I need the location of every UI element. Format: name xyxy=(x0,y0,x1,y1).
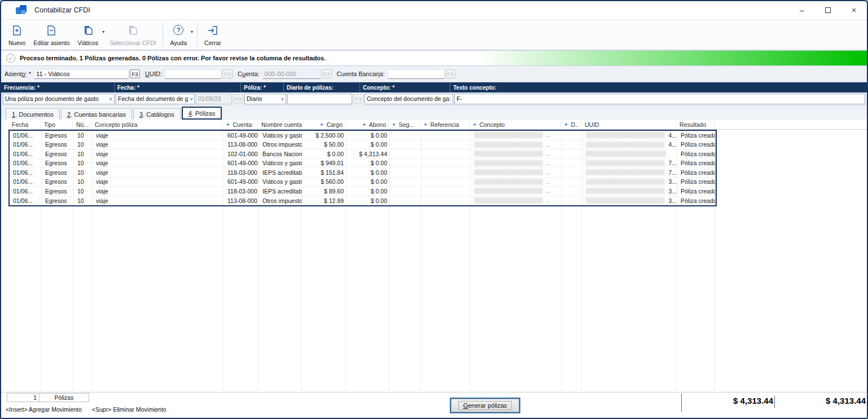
cell-concepto: ... xyxy=(471,187,562,196)
cell-nombre: Viáticos y gastos de ... xyxy=(259,178,303,187)
cell-d xyxy=(562,159,582,168)
cell-cargo: $ 50.00 xyxy=(303,140,347,149)
cuenta-input: 000-00-000 xyxy=(262,69,321,79)
table-row[interactable]: 01/06...Egresos10viaje601-49-000Viáticos… xyxy=(10,159,716,169)
cell-referencia xyxy=(422,140,471,149)
cell-seg xyxy=(390,168,422,177)
column-header-cuenta[interactable]: ►Cuenta xyxy=(223,120,258,129)
cell-cargo: $ 560.00 xyxy=(303,178,347,187)
generar-polizas-button[interactable]: Generar pólizas xyxy=(451,399,519,412)
redacted-text xyxy=(586,179,665,185)
table-row[interactable]: 01/06...Egresos10viaje113-08-000Otros im… xyxy=(10,140,716,150)
nuevo-button[interactable]: Nuevo xyxy=(5,21,29,48)
uuid-input[interactable] xyxy=(165,69,221,79)
seleccionar-cfdi-button: Seleccionar CFDI xyxy=(106,21,160,48)
column-header-seg[interactable]: ►Seg... xyxy=(389,120,420,129)
poliza-select[interactable]: Diario∨ xyxy=(244,94,286,104)
tab-cuentas-bancarias[interactable]: 2. Cuentas bancarias xyxy=(61,108,132,120)
cell-resultado: Póliza creada. xyxy=(677,187,716,196)
cell-nombre: Otros impuestos a fa... xyxy=(259,140,303,149)
close-button[interactable]: × xyxy=(841,1,867,19)
cell-seg xyxy=(390,140,422,149)
viaticos-button[interactable]: Viáticos xyxy=(74,21,103,48)
tab-documentos[interactable]: 1. Documentos xyxy=(6,108,60,120)
cell-concepto_poliza: viaje xyxy=(93,187,224,196)
cell-num: 10 xyxy=(74,196,93,206)
gridline xyxy=(258,206,258,392)
cell-concepto_poliza: viaje xyxy=(93,149,224,158)
editar-asiento-button[interactable]: Editar asiento xyxy=(29,21,73,48)
column-header-tipo[interactable]: Tipo xyxy=(41,120,73,129)
totals-divider xyxy=(681,394,682,412)
column-header-referencia[interactable]: ►Referencia xyxy=(420,120,470,129)
column-header-uuid[interactable]: UUID xyxy=(581,120,676,129)
cell-cargo: $ 0.00 xyxy=(303,149,347,158)
minimize-button[interactable]: – xyxy=(789,1,815,19)
column-header-cargo[interactable]: ►Cargo xyxy=(301,120,345,129)
asiento-f3-button[interactable]: F3 xyxy=(130,69,140,78)
table-row[interactable]: 01/06...Egresos10viaje601-49-000Viáticos… xyxy=(10,178,716,187)
column-header-concepto_poliza[interactable]: Concepto póliza xyxy=(91,120,223,129)
cell-cargo: $ 89.60 xyxy=(303,187,347,196)
ayuda-dropdown-icon[interactable]: ▾ xyxy=(191,29,193,34)
cell-concepto_poliza: viaje xyxy=(93,159,224,168)
polizas-count-label: Pólizas xyxy=(40,393,89,402)
cell-concepto_poliza: viaje xyxy=(93,178,224,187)
poliza-header: Póliza: * xyxy=(241,82,284,92)
ayuda-button[interactable]: ? Ayuda xyxy=(166,21,191,48)
cell-d xyxy=(562,196,582,206)
tab-catalogos[interactable]: 3. Catálogos xyxy=(133,108,181,120)
diario-input[interactable] xyxy=(287,94,352,104)
total-cargo: $ 4,313.44 xyxy=(700,396,773,405)
tab-polizas[interactable]: 4. Pólizas xyxy=(182,107,222,120)
column-header-nombre[interactable]: Nombre cuenta xyxy=(258,120,301,129)
toolbar-separator xyxy=(197,24,198,46)
cell-fecha: 01/06... xyxy=(10,140,42,149)
column-header-fecha[interactable]: Fecha xyxy=(8,120,41,129)
column-arrow-icon: ► xyxy=(473,122,477,127)
asiento-input[interactable]: 11 - Viáticos xyxy=(34,69,129,79)
viaticos-dropdown-icon[interactable]: ▾ xyxy=(102,29,104,34)
table-row[interactable]: 01/06...Egresos10viaje601-49-000Viáticos… xyxy=(10,131,716,140)
cell-nombre: IEPS acreditable pag... xyxy=(259,168,303,177)
cell-tipo: Egresos xyxy=(42,168,74,177)
gridline xyxy=(73,206,73,392)
fecha-select[interactable]: Fecha del documento de g∨ xyxy=(116,94,195,104)
chevron-down-icon: ∨ xyxy=(107,96,112,102)
column-header-abono[interactable]: ►Abono xyxy=(345,120,389,129)
cell-fecha: 01/06... xyxy=(10,196,42,206)
gridline xyxy=(91,206,92,392)
table-row[interactable]: 01/06...Egresos10viaje102-01-000Bancos N… xyxy=(10,149,716,159)
column-header-num[interactable]: Nú... xyxy=(73,120,91,129)
cell-referencia xyxy=(422,168,471,177)
frecuencia-select[interactable]: Una póliza por documento de gasto∨ xyxy=(3,94,115,104)
redacted-text xyxy=(586,188,665,194)
cuenta-bancaria-input[interactable] xyxy=(388,69,444,79)
cell-referencia xyxy=(422,196,471,206)
chevron-down-icon: ∨ xyxy=(188,96,193,102)
cell-seg xyxy=(390,178,422,187)
cell-referencia xyxy=(422,149,471,158)
cell-concepto_poliza: viaje xyxy=(93,168,224,177)
cell-concepto_poliza: viaje xyxy=(93,140,224,149)
cell-seg xyxy=(390,159,422,168)
redacted-text xyxy=(474,132,543,138)
redacted-text xyxy=(474,142,543,148)
column-header-d[interactable]: ►D.. xyxy=(561,120,581,129)
texto-concepto-input[interactable]: F- xyxy=(454,94,865,104)
column-header-resultado[interactable]: Resultado xyxy=(676,120,714,129)
cell-fecha: 01/06... xyxy=(10,159,42,168)
cerrar-button[interactable]: Cerrar xyxy=(200,21,225,48)
concepto-select[interactable]: Concepto del documento de ga:∨ xyxy=(365,94,453,104)
cell-abono: $ 0.00 xyxy=(347,140,390,149)
maximize-button[interactable] xyxy=(815,1,841,19)
table-row[interactable]: 01/06...Egresos10viaje113-08-000Otros im… xyxy=(10,196,716,206)
column-header-concepto[interactable]: ►Concepto xyxy=(470,120,561,129)
table-row[interactable]: 01/06...Egresos10viaje118-03-000IEPS acr… xyxy=(10,168,716,178)
fecha-header: Fecha: * xyxy=(115,82,241,92)
redacted-text xyxy=(586,132,665,138)
cell-referencia xyxy=(422,131,471,140)
cell-uuid xyxy=(582,149,677,158)
table-row[interactable]: 01/06...Egresos10viaje118-03-000IEPS acr… xyxy=(10,187,716,196)
exit-icon xyxy=(207,25,218,36)
